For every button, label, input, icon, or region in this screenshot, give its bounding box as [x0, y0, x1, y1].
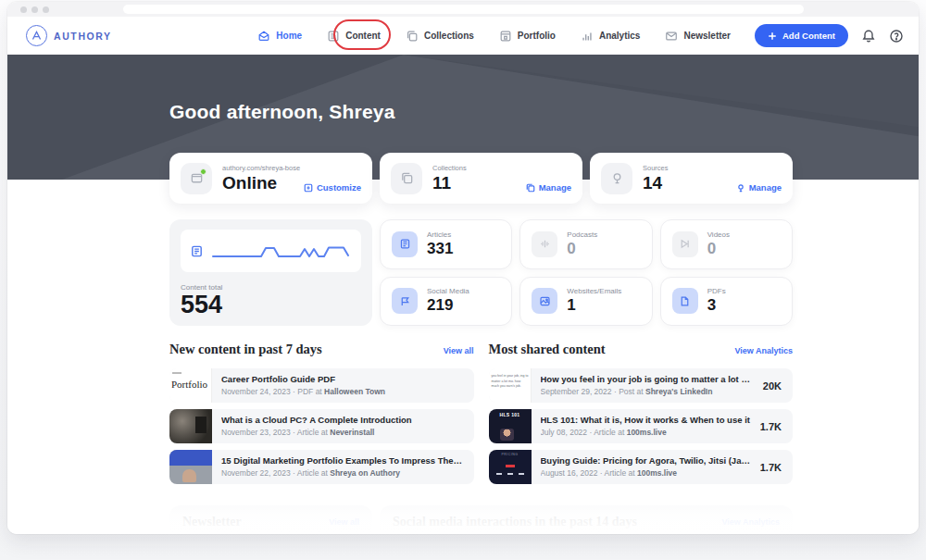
nav-newsletter[interactable]: Newsletter: [665, 30, 731, 43]
notifications-bell-icon[interactable]: [861, 29, 876, 44]
help-icon[interactable]: [889, 29, 904, 44]
nav-home-label: Home: [276, 31, 302, 41]
content-total-value: 554: [181, 292, 361, 317]
portfolio-icon: [499, 30, 512, 43]
videos-card[interactable]: Videos0: [660, 219, 793, 269]
main-nav: Home Content Collections Portfolio Analy…: [257, 30, 731, 43]
thumbnail-cloud-pc: [169, 409, 212, 443]
thumbnail-hls-101: HLS 101: [489, 409, 532, 443]
new-content-column: New content in past 7 days View all Port…: [169, 342, 474, 484]
view-analytics-link[interactable]: View Analytics: [734, 346, 793, 355]
collections-count: 11: [432, 173, 467, 193]
share-count: 1.7K: [760, 421, 782, 432]
manage-sources-link[interactable]: Manage: [736, 182, 782, 193]
content-icon: [327, 30, 340, 43]
address-bar[interactable]: [123, 5, 804, 14]
nav-home[interactable]: Home: [257, 30, 302, 43]
new-content-title: New content in past 7 days: [169, 342, 322, 357]
customize-link[interactable]: Customize: [304, 182, 361, 193]
social-interactions-panel[interactable]: Social media interactions in the past 14…: [380, 505, 793, 534]
bottom-section: Newsletter View all Social media interac…: [169, 505, 793, 534]
minimize-window-button[interactable]: [31, 6, 38, 13]
portfolio-status-icon: [181, 163, 212, 194]
home-icon: [257, 30, 270, 43]
list-item[interactable]: What is a Cloud PC? A Complete Introduct…: [169, 409, 474, 443]
thumbnail-pricing-guide: PRICING: [489, 450, 532, 484]
nav-portfolio[interactable]: Portfolio: [499, 30, 556, 43]
content-doc-icon: [190, 244, 204, 258]
nav-collections[interactable]: Collections: [406, 30, 474, 43]
collections-card[interactable]: Collections 11 Manage: [380, 153, 582, 204]
manage-sources-icon: [736, 183, 745, 193]
share-count: 1.7K: [760, 462, 782, 473]
list-item[interactable]: PRICING Buying Guide: Pricing for Agora,…: [489, 450, 794, 484]
share-count: 20K: [763, 380, 782, 392]
header-actions: Add Content: [755, 24, 904, 47]
articles-card[interactable]: Articles331: [380, 219, 512, 269]
sources-count: 14: [643, 173, 669, 193]
articles-icon: [392, 231, 418, 257]
thumbnail-marketing-portfolio: [169, 450, 212, 484]
nav-newsletter-label: Newsletter: [683, 31, 731, 41]
brand[interactable]: AUTHORY: [26, 25, 112, 46]
content-total-sparkline: [211, 239, 352, 263]
pdfs-icon: [672, 288, 698, 314]
manage-collections-icon: [526, 183, 535, 193]
content-total-card[interactable]: Content total 554: [169, 219, 372, 326]
newsletter-icon: [665, 30, 678, 43]
close-window-button[interactable]: [20, 6, 27, 13]
greeting-title: Good afternoon, Shreya: [169, 101, 395, 123]
podcasts-icon: [532, 231, 557, 257]
authory-logo-icon: [26, 25, 47, 46]
sources-card-icon: [601, 163, 632, 194]
nav-analytics-label: Analytics: [599, 31, 640, 41]
social-media-card[interactable]: Social Media219: [380, 277, 512, 327]
websites-emails-card[interactable]: Websites/Emails1: [519, 277, 652, 327]
maximize-window-button[interactable]: [43, 6, 49, 13]
videos-icon: [672, 231, 698, 257]
nav-collections-label: Collections: [424, 31, 474, 41]
thumbnail-career-portfolio: Portfolio: [169, 368, 212, 403]
manage-collections-link[interactable]: Manage: [526, 182, 571, 193]
list-item[interactable]: HLS 101 HLS 101: What it is, How it work…: [489, 409, 794, 443]
portfolio-status-value: Online: [222, 173, 300, 193]
newsletter-panel-title: Newsletter: [182, 515, 242, 529]
collections-card-icon: [391, 163, 422, 194]
add-content-button[interactable]: Add Content: [755, 24, 848, 47]
newsletter-view-link[interactable]: View all: [329, 517, 359, 527]
traffic-lights[interactable]: [20, 6, 49, 13]
pdfs-card[interactable]: PDFs3: [660, 277, 793, 327]
sources-label: Sources: [643, 164, 669, 172]
analytics-icon: [581, 30, 594, 43]
stat-grid: Articles331 Podcasts0 Videos0 Social Med…: [380, 219, 793, 326]
portfolio-url: authory.com/shreya-bose: [222, 164, 300, 172]
nav-content[interactable]: Content: [327, 30, 381, 43]
nav-portfolio-label: Portfolio: [518, 31, 556, 41]
quick-cards-row: authory.com/shreya-bose Online Customize…: [169, 153, 793, 204]
browser-window: AUTHORY Home Content Collections Portfol…: [7, 2, 919, 534]
social-media-icon: [392, 288, 418, 314]
social-view-analytics-link[interactable]: View Analytics: [721, 517, 780, 527]
sparkline-box: [181, 230, 361, 272]
add-content-label: Add Content: [782, 31, 835, 41]
list-item[interactable]: 15 Digital Marketing Portfolio Examples …: [169, 450, 474, 484]
lists-section: New content in past 7 days View all Port…: [169, 342, 793, 484]
newsletter-panel[interactable]: Newsletter View all: [169, 505, 372, 534]
websites-emails-icon: [532, 288, 557, 314]
view-all-link[interactable]: View all: [444, 346, 474, 355]
podcasts-card[interactable]: Podcasts0: [519, 219, 652, 269]
thumbnail-linkedin-post: you feel in your job, ing to matter a lo…: [489, 368, 532, 403]
sources-card[interactable]: Sources 14 Manage: [590, 153, 793, 204]
collections-icon: [406, 30, 419, 43]
most-shared-column: Most shared content View Analytics you f…: [489, 342, 794, 484]
social-panel-title: Social media interactions in the past 14…: [393, 515, 637, 529]
online-status-dot: [200, 168, 206, 175]
list-item[interactable]: you feel in your job, ing to matter a lo…: [489, 368, 794, 403]
portfolio-status-card[interactable]: authory.com/shreya-bose Online Customize: [169, 153, 372, 204]
app-header: AUTHORY Home Content Collections Portfol…: [7, 17, 919, 55]
nav-analytics[interactable]: Analytics: [581, 30, 640, 43]
list-item[interactable]: Portfolio Career Portfolio Guide PDF Nov…: [169, 368, 474, 403]
browser-chrome: [7, 2, 919, 17]
nav-content-label: Content: [345, 31, 381, 41]
collections-label: Collections: [432, 164, 467, 172]
